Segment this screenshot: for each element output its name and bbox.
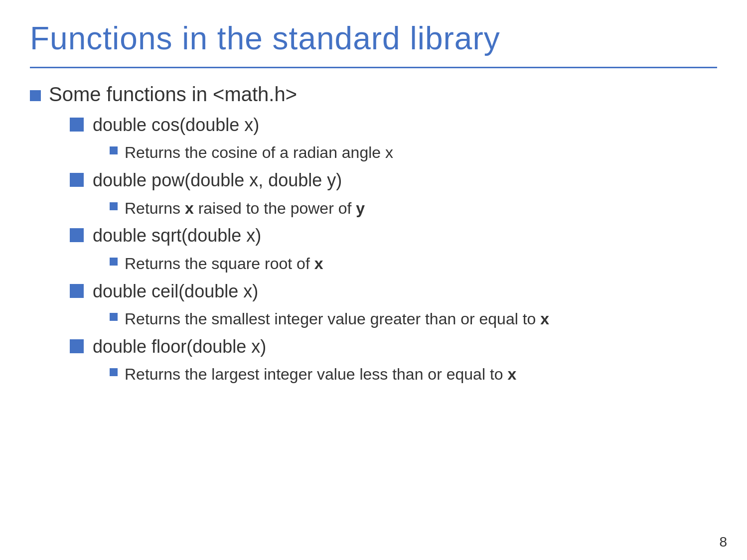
list-item-l3-4: Returns the smallest integer value great… [110, 308, 717, 330]
l3-bullet-4 [110, 313, 118, 321]
list-item-l3-5: Returns the largest integer value less t… [110, 363, 717, 386]
page-number: 8 [719, 534, 727, 550]
l2-text-4: double ceil(double x) [93, 279, 258, 304]
l3-text-5: Returns the largest integer value less t… [125, 363, 516, 386]
list-item-l2-5: double floor(double x) [70, 334, 717, 359]
list-item-l3-2: Returns x raised to the power of y [110, 197, 717, 220]
list-item-l3-3: Returns the square root of x [110, 253, 717, 275]
l3-bullet-1 [110, 146, 118, 154]
list-item-l3-1: Returns the cosine of a radian angle x [110, 141, 717, 164]
slide-title: Functions in the standard library [30, 20, 717, 68]
l3-bullet-2 [110, 202, 118, 210]
slide: Functions in the standard library Some f… [0, 0, 747, 560]
l2-bullet-2 [70, 173, 84, 187]
l3-bullet-3 [110, 258, 118, 266]
l2-text-5: double floor(double x) [93, 334, 266, 359]
l2-bullet-1 [70, 118, 84, 132]
slide-content: Some functions in <math.h> double cos(do… [30, 83, 717, 540]
l2-text-2: double pow(double x, double y) [93, 168, 342, 193]
l2-bullet-5 [70, 339, 84, 353]
l2-text-1: double cos(double x) [93, 113, 259, 138]
l3-text-1: Returns the cosine of a radian angle x [125, 141, 393, 164]
l3-text-3: Returns the square root of x [125, 253, 323, 275]
list-item-l2-4: double ceil(double x) [70, 279, 717, 304]
l2-bullet-4 [70, 284, 84, 298]
l3-text-4: Returns the smallest integer value great… [125, 308, 549, 330]
l2-bullet-3 [70, 228, 84, 242]
list-item-l2-3: double sqrt(double x) [70, 223, 717, 248]
l3-text-2: Returns x raised to the power of y [125, 197, 365, 220]
list-item-l2-2: double pow(double x, double y) [70, 168, 717, 193]
list-item-l2-1: double cos(double x) [70, 113, 717, 138]
l1-text-1: Some functions in <math.h> [49, 83, 297, 106]
l2-text-3: double sqrt(double x) [93, 223, 261, 248]
l3-bullet-5 [110, 368, 118, 376]
l1-bullet-1 [30, 90, 41, 101]
list-item-l1-1: Some functions in <math.h> [30, 83, 717, 106]
